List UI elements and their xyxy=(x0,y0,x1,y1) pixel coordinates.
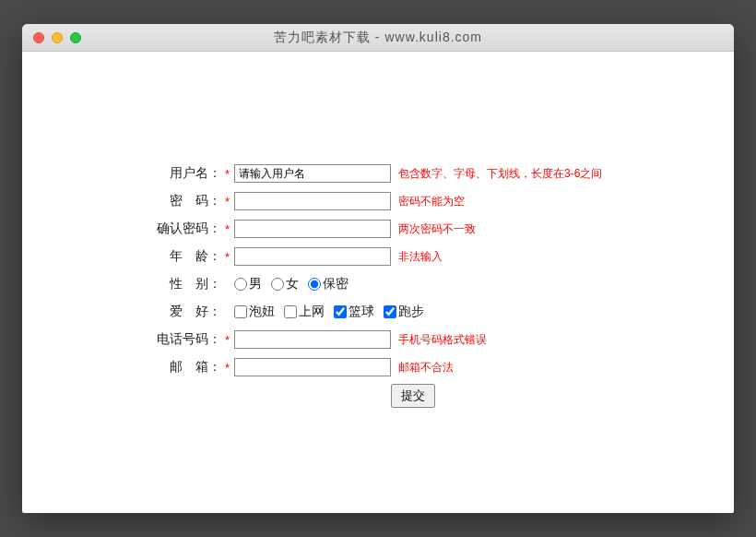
label-username: 用户名： xyxy=(151,165,221,182)
phone-input[interactable] xyxy=(234,330,391,349)
titlebar: 苦力吧素材下载 - www.kuli8.com xyxy=(22,24,734,52)
hobby-b-checkbox[interactable] xyxy=(284,305,297,318)
gender-male-radio[interactable] xyxy=(234,278,247,291)
label-password: 密 码： xyxy=(151,193,221,209)
email-input[interactable] xyxy=(234,358,391,376)
hint-age: 非法输入 xyxy=(398,249,443,265)
hobby-a-option[interactable]: 泡妞 xyxy=(234,304,275,320)
label-hobby: 爱 好： xyxy=(151,304,221,320)
row-gender: 性 别： 男 女 保密 xyxy=(151,273,734,295)
row-confirm: 确认密码： * 两次密码不一致 xyxy=(151,218,734,240)
required-mark: * xyxy=(225,250,234,264)
row-username: 用户名： * 包含数字、字母、下划线，长度在3-6之间 xyxy=(151,162,734,185)
hint-password: 密码不能为空 xyxy=(398,194,465,209)
hint-username: 包含数字、字母、下划线，长度在3-6之间 xyxy=(398,166,602,182)
gender-male-option[interactable]: 男 xyxy=(234,276,262,292)
hobby-d-checkbox[interactable] xyxy=(384,305,396,318)
gender-secret-radio[interactable] xyxy=(308,278,321,291)
close-icon[interactable] xyxy=(33,32,44,43)
required-mark: * xyxy=(225,222,234,236)
app-window: 苦力吧素材下载 - www.kuli8.com 用户名： * 包含数字、字母、下… xyxy=(22,24,734,513)
form-area: 用户名： * 包含数字、字母、下划线，长度在3-6之间 密 码： * 密码不能为… xyxy=(22,52,734,408)
label-phone: 电话号码： xyxy=(151,331,221,348)
gender-secret-option[interactable]: 保密 xyxy=(308,276,348,292)
hint-phone: 手机号码格式错误 xyxy=(398,332,487,348)
hobby-b-option[interactable]: 上网 xyxy=(284,304,325,320)
label-age: 年 龄： xyxy=(151,248,221,265)
window-controls xyxy=(33,32,81,43)
required-mark: * xyxy=(225,195,234,209)
row-email: 邮 箱： * 邮箱不合法 xyxy=(151,356,734,378)
required-mark: * xyxy=(225,333,234,347)
hint-confirm: 两次密码不一致 xyxy=(398,221,476,237)
row-submit: 提交 xyxy=(391,384,734,408)
gender-female-option[interactable]: 女 xyxy=(271,276,299,292)
hobby-c-option[interactable]: 篮球 xyxy=(334,304,374,320)
submit-button[interactable]: 提交 xyxy=(391,384,435,408)
confirm-password-input[interactable] xyxy=(234,220,391,238)
hobby-c-checkbox[interactable] xyxy=(334,305,347,318)
minimize-icon[interactable] xyxy=(52,32,63,43)
password-input[interactable] xyxy=(234,192,391,210)
age-input[interactable] xyxy=(234,247,391,266)
label-email: 邮 箱： xyxy=(151,359,221,376)
required-mark: * xyxy=(225,361,234,375)
hint-email: 邮箱不合法 xyxy=(398,360,454,376)
row-age: 年 龄： * 非法输入 xyxy=(151,245,734,268)
label-confirm: 确认密码： xyxy=(151,221,221,237)
label-gender: 性 别： xyxy=(151,276,221,292)
row-hobby: 爱 好： 泡妞 上网 篮球 跑步 xyxy=(151,301,734,323)
gender-female-radio[interactable] xyxy=(271,278,284,291)
hobby-d-option[interactable]: 跑步 xyxy=(384,304,424,320)
required-mark: * xyxy=(225,167,234,181)
username-input[interactable] xyxy=(234,164,391,183)
maximize-icon[interactable] xyxy=(70,32,81,43)
window-title: 苦力吧素材下载 - www.kuli8.com xyxy=(22,30,734,46)
hobby-a-checkbox[interactable] xyxy=(234,305,247,318)
row-phone: 电话号码： * 手机号码格式错误 xyxy=(151,328,734,351)
row-password: 密 码： * 密码不能为空 xyxy=(151,190,734,212)
